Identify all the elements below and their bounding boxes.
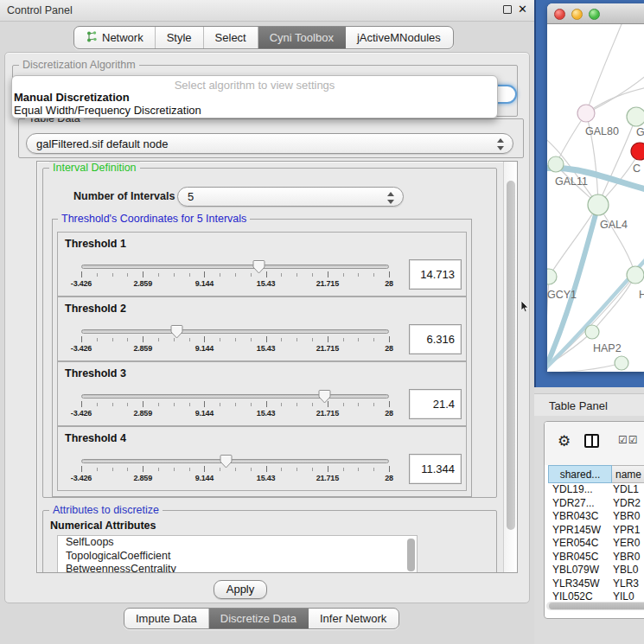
table-row[interactable]: YDL19...YDL1 xyxy=(545,483,644,497)
table-horizontal-scrollbar[interactable] xyxy=(546,602,644,610)
table-row[interactable]: YBR045CYBR0 xyxy=(545,551,644,564)
scrollbar-thumb[interactable] xyxy=(507,181,515,530)
table-data-combobox[interactable]: galFiltered.sif default node xyxy=(26,133,513,154)
attribute-item[interactable]: BetweennessCentrality xyxy=(58,563,417,573)
algorithm-option-2[interactable]: Equal Width/Frequency Discretization xyxy=(14,104,201,117)
tab-style[interactable]: Style xyxy=(156,27,204,48)
settings-scroll-panel: Interval Definition Number of Intervals … xyxy=(36,161,518,573)
cell-name: YLR3 xyxy=(609,577,644,591)
table-row[interactable]: YBL079WYBL0 xyxy=(545,564,644,577)
slider-tick xyxy=(296,338,297,341)
table-row[interactable]: YER054CYER0 xyxy=(545,537,644,551)
slider-tick xyxy=(143,466,143,472)
gear-icon[interactable]: ⚙ xyxy=(558,432,571,450)
column-split-icon[interactable] xyxy=(584,434,599,448)
tab-impute-data[interactable]: Impute Data xyxy=(124,609,209,628)
slider-thumb[interactable] xyxy=(252,259,265,274)
attribute-item[interactable]: SelfLoops xyxy=(58,536,417,550)
network-node[interactable] xyxy=(631,143,644,160)
slider-tick-label: 15.43 xyxy=(247,344,285,353)
slider-tick-label: 21.715 xyxy=(309,344,347,353)
table-row[interactable]: YBR043CYBR0 xyxy=(545,510,644,524)
column-header-name[interactable]: name xyxy=(612,465,644,483)
attribute-list-scrollbar[interactable] xyxy=(407,539,415,571)
threshold-label: Threshold 4 xyxy=(65,432,126,444)
network-node-gcy1[interactable] xyxy=(547,269,557,284)
float-window-icon[interactable] xyxy=(503,5,512,14)
slider-tick xyxy=(373,468,374,471)
slider-thumb[interactable] xyxy=(170,324,183,339)
tab-cyni-toolbox[interactable]: Cyni Toolbox xyxy=(258,27,346,48)
slider-tick xyxy=(343,403,344,406)
cell-shared-name: YDL19... xyxy=(545,483,609,497)
slider-track[interactable] xyxy=(81,459,389,463)
table-row[interactable]: YPR145WYPR1 xyxy=(545,524,644,538)
tab-label: Style xyxy=(167,31,192,44)
network-node[interactable] xyxy=(627,107,644,126)
slider-track[interactable] xyxy=(81,394,389,399)
network-node[interactable] xyxy=(627,266,644,284)
apply-button[interactable]: Apply xyxy=(214,580,267,599)
table-row[interactable]: YLR345WYLR3 xyxy=(545,577,644,591)
cell-shared-name: YBR043C xyxy=(545,510,609,524)
threshold-value-field[interactable]: 6.316 xyxy=(409,324,462,354)
slider-tick xyxy=(174,468,175,471)
tab-infer-network[interactable]: Infer Network xyxy=(309,609,399,628)
control-panel-titlebar[interactable]: Control Panel ✕ xyxy=(0,0,534,22)
window-title: Control Panel xyxy=(7,4,73,16)
tab-network[interactable]: Network xyxy=(74,27,156,48)
slider-tick-label: 2.859 xyxy=(124,344,162,353)
slider-track[interactable] xyxy=(81,329,389,334)
tab-jactivemnodules[interactable]: jActiveMNodules xyxy=(346,27,453,48)
popup-hint: Select algorithm to view settings xyxy=(12,79,497,92)
slider-tick xyxy=(81,271,82,277)
node-label: HAP2 xyxy=(593,342,622,354)
settings-vertical-scrollbar[interactable] xyxy=(503,162,517,572)
slider-tick xyxy=(312,338,313,341)
slider-tick-label: 28 xyxy=(370,279,408,288)
slider-tick xyxy=(373,338,374,341)
threshold-value-field[interactable]: 14.713 xyxy=(409,259,462,290)
network-node[interactable] xyxy=(615,356,628,370)
close-traffic-icon[interactable] xyxy=(554,9,565,20)
network-node-gal80[interactable] xyxy=(577,105,595,122)
network-window-titlebar[interactable] xyxy=(547,3,644,24)
table-row[interactable]: YDR27...YDR2 xyxy=(545,497,644,511)
network-node[interactable] xyxy=(548,156,564,172)
threshold-value-field[interactable]: 11.344 xyxy=(409,454,462,484)
network-view-frame[interactable]: GAL80GCGAL11GAL4GCY1HHAP2 xyxy=(534,0,644,387)
slider-thumb[interactable] xyxy=(220,454,233,469)
node-label: GAL11 xyxy=(555,175,588,188)
column-header-shared-name[interactable]: shared... xyxy=(548,465,612,483)
slider-tick xyxy=(97,468,98,471)
zoom-traffic-icon[interactable] xyxy=(589,9,600,20)
close-icon[interactable]: ✕ xyxy=(518,3,527,16)
slider-tick xyxy=(143,336,143,342)
threshold-value-field[interactable]: 21.4 xyxy=(409,389,462,419)
num-intervals-combobox[interactable]: 5 xyxy=(177,187,404,207)
algorithm-option-1[interactable]: Manual Discretization xyxy=(14,91,130,104)
bottom-tab-bar: Impute DataDiscretize DataInfer Network xyxy=(124,608,399,629)
tab-label: Discretize Data xyxy=(220,612,296,625)
attribute-item[interactable]: TopologicalCoefficient xyxy=(58,550,417,564)
node-label: C xyxy=(633,163,641,175)
network-canvas[interactable]: GAL80GCGAL11GAL4GCY1HHAP2 xyxy=(547,24,644,372)
slider-track[interactable] xyxy=(81,265,389,269)
table-panel-header[interactable]: Table Panel xyxy=(534,393,644,416)
attribute-list[interactable]: SelfLoopsTopologicalCoefficientBetweenne… xyxy=(57,535,418,573)
minimize-traffic-icon[interactable] xyxy=(571,9,583,20)
tab-select[interactable]: Select xyxy=(204,27,258,48)
network-node-gal4[interactable] xyxy=(588,194,609,215)
threshold-row-1: Threshold 1-3.4262.8599.14415.4321.71528… xyxy=(57,232,467,296)
numerical-attributes-label: Numerical Attributes xyxy=(50,520,156,532)
scrollbar-thumb[interactable] xyxy=(549,603,644,609)
slider-tick xyxy=(251,403,252,406)
select-columns-icon[interactable]: ☑☑ xyxy=(618,434,639,446)
network-node-hap2[interactable] xyxy=(585,325,599,339)
slider-tick xyxy=(373,273,374,277)
group-title: Attributes to discretize xyxy=(49,504,163,516)
slider-thumb[interactable] xyxy=(318,389,331,404)
top-tab-bar: NetworkStyleSelectCyni ToolboxjActiveMNo… xyxy=(73,26,454,49)
node-label: H xyxy=(639,289,644,301)
tab-discretize-data[interactable]: Discretize Data xyxy=(209,609,309,628)
